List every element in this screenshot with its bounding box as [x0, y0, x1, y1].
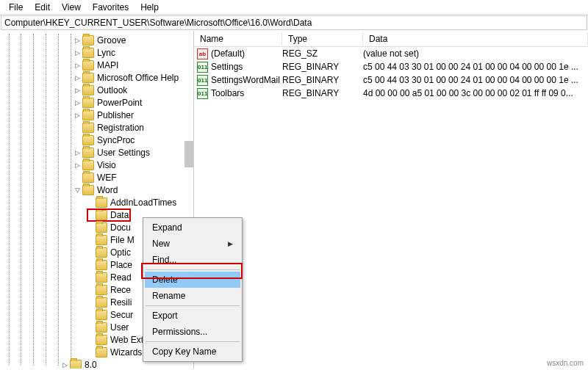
tree-item[interactable]: SyncProc [0, 134, 193, 146]
main-area: ▷Groove▷Lync▷MAPI▷Microsoft Office Help▷… [0, 31, 588, 369]
tree-item[interactable]: ▷MAPI [0, 59, 193, 71]
folder-icon [82, 148, 94, 158]
ctx-separator [146, 341, 240, 342]
tree-label: File M [110, 235, 135, 245]
folder-icon [96, 322, 107, 333]
folder-icon [82, 98, 94, 108]
menu-file[interactable]: File [3, 1, 29, 14]
ctx-delete[interactable]: Delete [145, 272, 240, 288]
list-row[interactable]: 011ToolbarsREG_BINARY4d 00 00 00 a5 01 0… [194, 87, 588, 100]
folder-icon [96, 235, 107, 245]
expander-icon[interactable]: ▷ [74, 99, 82, 106]
folder-icon [82, 110, 94, 120]
tree-label: Outlook [97, 85, 127, 95]
tree-label: SyncProc [97, 135, 135, 145]
tree-label: Lync [97, 48, 115, 58]
ctx-new[interactable]: New▶ [145, 236, 240, 252]
menu-help[interactable]: Help [135, 1, 165, 14]
tree-label: WEF [97, 173, 117, 183]
menubar: File Edit View Favorites Help [0, 0, 588, 15]
list-header: Name Type Data [194, 31, 588, 47]
tree-label: PowerPoint [97, 98, 142, 108]
expander-icon[interactable]: ▷ [74, 149, 82, 156]
folder-icon [96, 335, 107, 345]
tree-label: User Settings [97, 148, 150, 158]
col-header-data[interactable]: Data [363, 32, 588, 46]
reg-binary-icon: 011 [197, 75, 208, 86]
tree-label: 8.0 [85, 360, 97, 369]
tree-label: Microsoft Office Help [97, 73, 179, 83]
expander-icon[interactable]: ▷ [74, 62, 82, 69]
tree-item[interactable]: ▷PowerPoint [0, 96, 193, 109]
list-row[interactable]: ab(Default)REG_SZ(value not set) [194, 47, 588, 60]
scrollbar-thumb[interactable] [184, 141, 193, 167]
ctx-copy-key-name[interactable]: Copy Key Name [145, 344, 240, 360]
menu-view[interactable]: View [56, 1, 87, 14]
expander-icon[interactable]: ▽ [74, 186, 82, 194]
tree-label: Secur [110, 310, 133, 320]
folder-icon [96, 210, 107, 220]
value-type: REG_BINARY [282, 88, 363, 98]
tree-label: Optic [110, 247, 131, 258]
tree-label: Resili [110, 297, 132, 308]
ctx-export[interactable]: Export [145, 308, 240, 324]
value-name: SettingsWordMail [211, 75, 280, 85]
col-header-name[interactable]: Name [194, 32, 282, 46]
ctx-rename[interactable]: Rename [145, 288, 240, 304]
expander-icon[interactable]: ▷ [61, 361, 70, 369]
tree-item[interactable]: ▷User Settings [0, 146, 193, 159]
tree-item[interactable]: ▷Outlook [0, 84, 193, 96]
value-data: (value not set) [363, 48, 588, 59]
expander-icon[interactable]: ▷ [74, 37, 82, 44]
list-row[interactable]: 011SettingsWordMailREG_BINARYc5 00 44 03… [194, 73, 588, 87]
ctx-permissions[interactable]: Permissions... [145, 324, 240, 340]
watermark: wsxdn.com [547, 359, 584, 367]
expander-icon[interactable]: ▷ [74, 112, 82, 119]
tree-label: Visio [97, 160, 116, 170]
folder-icon [82, 135, 94, 145]
expander-icon[interactable]: ▷ [74, 74, 82, 81]
tree-item[interactable]: WEF [0, 171, 193, 184]
list-pane[interactable]: Name Type Data ab(Default)REG_SZ(value n… [194, 31, 588, 369]
expander-icon[interactable]: ▷ [74, 87, 82, 94]
tree-label: Wizards [110, 347, 142, 358]
folder-icon [96, 260, 107, 270]
tree-item[interactable]: ▷Publisher [0, 109, 193, 121]
context-menu: Expand New▶ Find... Delete Rename Export… [143, 217, 243, 362]
reg-binary-icon: 011 [197, 62, 208, 73]
address-bar[interactable]: Computer\HKEY_CURRENT_USER\Software\Micr… [1, 15, 587, 30]
tree-item[interactable]: ▷Visio [0, 159, 193, 171]
value-data: 4d 00 00 00 a5 01 00 00 3c 00 00 00 02 0… [363, 88, 588, 98]
value-name: Settings [211, 62, 243, 72]
value-name: Toolbars [211, 88, 244, 98]
tree-label: User [110, 322, 129, 333]
ctx-expand[interactable]: Expand [145, 220, 240, 236]
tree-label: MAPI [97, 60, 118, 70]
tree-item[interactable]: ▷Microsoft Office Help [0, 71, 193, 84]
folder-icon [82, 60, 94, 70]
tree-item[interactable]: ▷Groove [0, 34, 193, 46]
ctx-find[interactable]: Find... [145, 252, 240, 268]
reg-string-icon: ab [197, 48, 208, 59]
folder-icon [82, 123, 94, 133]
folder-icon [82, 35, 94, 46]
tree-label: Groove [97, 35, 126, 46]
tree-item[interactable]: Registration [0, 121, 193, 134]
tree-item[interactable]: ▷Lync [0, 46, 193, 59]
folder-icon [82, 173, 94, 183]
folder-icon [82, 73, 94, 83]
tree-item[interactable]: ▽Word [0, 184, 193, 196]
tree-item[interactable]: AddInLoadTimes [0, 196, 193, 208]
expander-icon[interactable]: ▷ [74, 162, 82, 169]
ctx-separator [146, 305, 240, 306]
menu-favorites[interactable]: Favorites [87, 1, 135, 14]
tree-label: Data [110, 210, 129, 220]
col-header-type[interactable]: Type [282, 32, 363, 46]
expander-icon[interactable]: ▷ [74, 49, 82, 57]
tree-label: Rece [110, 285, 131, 295]
menu-edit[interactable]: Edit [29, 1, 56, 14]
value-type: REG_SZ [282, 48, 363, 59]
folder-icon [70, 360, 82, 369]
folder-icon [82, 185, 94, 195]
list-row[interactable]: 011SettingsREG_BINARYc5 00 44 03 30 01 0… [194, 60, 588, 73]
